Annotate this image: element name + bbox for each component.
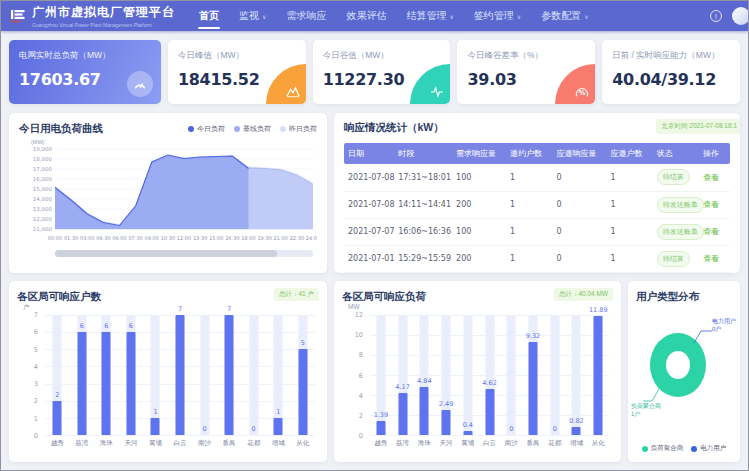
legend-item-0[interactable]: 今日负荷 <box>188 124 225 134</box>
app-subtitle: Guangzhou Virtual Power Plant Management… <box>32 22 175 28</box>
y-axis-tick: 3 <box>34 380 38 388</box>
bar <box>529 342 538 435</box>
cell-period: 16:06~16:36 <box>394 218 452 245</box>
app-title: 广州市虚拟电厂管理平台 <box>32 4 175 21</box>
nav-item-label: 参数配置 <box>541 9 581 23</box>
cell-date: 2021-07-07 <box>344 218 394 245</box>
nav-item-2[interactable]: 需求响应 <box>276 1 336 31</box>
response-stats-panel: 响应情况统计（kW） 北京时间 2021-07-08 18:1 日期时段需求响应… <box>334 113 740 273</box>
households-bar-chart: 户012345672越秀6荔湾6海珠6天河1黄埔7白云0南沙7番禺0花都1增城5… <box>19 315 317 452</box>
chart-zoom-slider[interactable] <box>55 250 313 257</box>
beijing-time-badge: 北京时间 2021-07-08 18:1 <box>656 119 740 134</box>
view-link[interactable]: 查看 <box>703 200 719 209</box>
cell-date: 2021-07-08 <box>344 164 394 191</box>
svg-text:22:30: 22:30 <box>290 235 304 241</box>
callout-value-aggregator: 1户 <box>631 410 661 418</box>
nav-item-5[interactable]: 签约管理∨ <box>464 1 531 31</box>
total-badge: 总计：40.04 MW <box>554 288 613 301</box>
svg-text:11,000: 11,000 <box>33 226 53 232</box>
nav-item-0[interactable]: 首页 <box>189 1 229 31</box>
cell-resp_users: 1 <box>606 191 652 218</box>
cell-period: 15:29~15:59 <box>394 245 452 272</box>
svg-text:10:30: 10:30 <box>161 235 175 241</box>
y-axis-tick: 4 <box>359 392 363 400</box>
kpi-label: 电网实时总负荷（MW） <box>19 50 151 62</box>
table-row: 2021-07-0817:31~18:01100101待结算查看 <box>344 164 730 191</box>
cell-responded: 0 <box>552 164 606 191</box>
load-legend: 今日负荷基线负荷昨日负荷 <box>188 124 317 134</box>
legend-dot-icon <box>188 126 194 132</box>
bar <box>420 387 429 435</box>
nav-item-label: 结算管理 <box>406 9 446 23</box>
bar <box>225 315 234 435</box>
kpi-card-peak-valley-rate: 今日峰谷差率（%） 39.03 % <box>457 40 595 104</box>
status-badge: 待发送账单 <box>657 197 704 213</box>
legend-item-power-user[interactable]: 电力用户 <box>691 444 726 453</box>
view-link[interactable]: 查看 <box>703 227 719 236</box>
svg-text:15,000: 15,000 <box>33 186 53 192</box>
notification-icon[interactable]: ! <box>710 10 722 22</box>
x-axis-label: 从化 <box>284 439 321 448</box>
bar-track <box>200 315 209 435</box>
table-row: 2021-07-0716:06~16:36100101待发送账单查看 <box>344 218 730 245</box>
callout-label-power-user: 电力用户 <box>712 317 736 325</box>
nav-item-3[interactable]: 效果评估 <box>336 1 396 31</box>
bar <box>398 393 407 435</box>
kpi-label: 日前 / 实时响应能力（MW） <box>612 50 730 62</box>
svg-text:18,000: 18,000 <box>33 156 53 162</box>
cell-responded: 0 <box>552 191 606 218</box>
nav-item-1[interactable]: 监视∨ <box>229 1 276 31</box>
chevron-down-icon: ∨ <box>517 13 521 20</box>
y-axis-tick: 4 <box>34 363 38 371</box>
svg-text:24:00: 24:00 <box>306 235 317 241</box>
y-axis-tick: 5 <box>34 346 38 354</box>
table-row: 2021-07-0814:11~14:41200101待发送账单查看 <box>344 191 730 218</box>
bar-column-南沙: 0南沙 <box>192 315 217 435</box>
y-axis-unit: MW <box>348 303 360 310</box>
bar-column-越秀: 2越秀 <box>45 315 70 435</box>
legend-item-1[interactable]: 基线负荷 <box>234 124 271 134</box>
svg-text:04:30: 04:30 <box>96 235 110 241</box>
bar-plot-area: 2越秀6荔湾6海珠6天河1黄埔7白云0南沙7番禺0花都1增城5从化 <box>45 315 315 436</box>
x-axis-label: 从化 <box>581 439 615 448</box>
bar-column-黄埔: 0.4黄埔 <box>457 315 479 435</box>
svg-text:13,000: 13,000 <box>33 206 53 212</box>
user-type-panel: 用户类型分布 电力用户 0户 负荷聚合商 1户 负荷聚合商 <box>628 281 740 462</box>
svg-text:%: % <box>579 89 586 97</box>
view-link[interactable]: 查看 <box>703 173 719 182</box>
bar-column-荔湾: 6荔湾 <box>70 315 95 435</box>
cell-invited: 1 <box>506 218 552 245</box>
user-avatar[interactable] <box>732 7 749 25</box>
bar-column-海珠: 6海珠 <box>94 315 119 435</box>
bar <box>376 421 385 435</box>
app-header: 广州市虚拟电厂管理平台 Guangzhou Virtual Power Plan… <box>1 1 748 31</box>
view-link[interactable]: 查看 <box>703 254 719 263</box>
bar <box>298 349 307 435</box>
legend-dot-icon <box>234 126 240 132</box>
svg-text:21:00: 21:00 <box>274 235 288 241</box>
bar <box>463 431 472 435</box>
bar <box>102 332 111 435</box>
svg-text:01:30: 01:30 <box>64 235 78 241</box>
panel-title: 今日用电负荷曲线 <box>19 122 103 136</box>
cell-invited: 1 <box>506 191 552 218</box>
chart-zoom-thumb[interactable] <box>55 250 277 257</box>
donut-legend: 负荷聚合商 电力用户 <box>628 444 740 453</box>
svg-text:16:30: 16:30 <box>225 235 239 241</box>
svg-text:03:00: 03:00 <box>80 235 94 241</box>
svg-text:19:30: 19:30 <box>257 235 271 241</box>
cell-invited: 1 <box>506 164 552 191</box>
nav-item-6[interactable]: 参数配置∨ <box>531 1 598 31</box>
load-chart-svg: 19,00018,00017,00016,00015,00014,00013,0… <box>19 145 317 245</box>
logo-icon <box>9 7 27 25</box>
column-header: 需求响应量 <box>452 143 506 164</box>
y-axis-tick: 6 <box>34 328 38 336</box>
cell-demand: 200 <box>452 191 506 218</box>
bar-column-荔湾: 4.17荔湾 <box>392 315 414 435</box>
legend-item-2[interactable]: 昨日负荷 <box>280 124 317 134</box>
legend-item-aggregator[interactable]: 负荷聚合商 <box>642 444 684 453</box>
nav-item-4[interactable]: 结算管理∨ <box>396 1 463 31</box>
bar-column-天河: 6天河 <box>119 315 144 435</box>
bar-value-label: 11.89 <box>579 306 617 314</box>
column-header: 应邀户数 <box>606 143 652 164</box>
